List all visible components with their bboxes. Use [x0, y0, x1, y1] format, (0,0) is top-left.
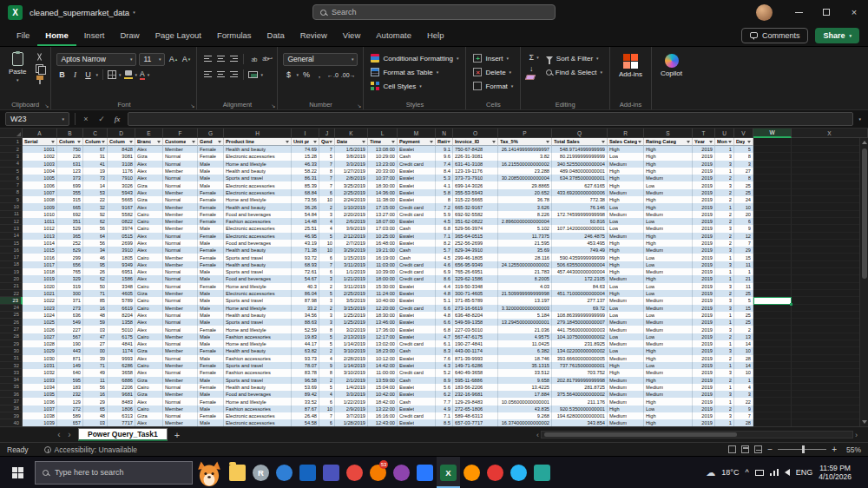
cell[interactable]: 211.176 [552, 398, 608, 405]
cell[interactable] [753, 377, 792, 384]
cell[interactable]: 1358 [108, 319, 135, 326]
cell[interactable]: High [608, 146, 644, 153]
cell[interactable] [753, 391, 792, 398]
cell[interactable]: 2019 [693, 233, 715, 240]
cell[interactable]: 1024 [23, 312, 57, 319]
cell[interactable] [753, 305, 792, 312]
cell[interactable]: 1017 [23, 261, 57, 268]
cell[interactable]: Sports and travel [224, 268, 292, 275]
cell[interactable]: Normal [163, 297, 198, 304]
cell[interactable]: 5.8 [436, 189, 453, 196]
cell[interactable]: 16 [83, 305, 108, 312]
cell[interactable]: 16.215500000000002 [498, 161, 552, 168]
cell[interactable]: High [644, 412, 693, 419]
cell[interactable]: Medium [644, 297, 693, 304]
row-header-29[interactable]: 29 [0, 340, 23, 347]
cell[interactable]: 16:48:00 [368, 240, 398, 247]
filter-button[interactable] [102, 141, 105, 143]
cell[interactable]: Cairo [135, 283, 163, 290]
row-header-39[interactable]: 39 [0, 412, 23, 419]
cell[interactable]: 656-95-9349 [453, 261, 498, 268]
cell[interactable]: Credit card [398, 305, 436, 312]
cell[interactable]: Electronic accessories [224, 233, 292, 240]
cell[interactable] [753, 225, 792, 232]
cell[interactable]: Cairo [135, 225, 163, 232]
close-button[interactable]: × [840, 0, 868, 24]
cell[interactable]: 1/1/2019 [335, 268, 368, 275]
cell[interactable]: Normal [163, 412, 198, 419]
cell[interactable]: Fashion accessories [224, 406, 292, 412]
cell[interactable]: 13.197 [498, 297, 552, 304]
cell[interactable]: Female [198, 412, 224, 419]
cell[interactable]: Medium [608, 398, 644, 405]
cell[interactable]: 7 [734, 240, 753, 247]
cell[interactable]: 33.512 [498, 369, 552, 376]
row-header-18[interactable]: 18 [0, 261, 23, 268]
cell[interactable]: Medium [644, 319, 693, 326]
excel-app-icon[interactable]: X [8, 5, 23, 20]
cell[interactable]: 86.04 [292, 290, 319, 297]
cell[interactable]: 0515 [108, 233, 135, 240]
cell[interactable]: Female [198, 153, 224, 160]
cell[interactable]: 6286 [108, 362, 135, 369]
cell[interactable]: 252-56-2699 [453, 240, 498, 247]
insert-cells-button[interactable]: + Insert ▾ [471, 51, 515, 65]
cell[interactable]: 232 [57, 391, 83, 398]
cell[interactable]: Low [644, 362, 693, 369]
cell[interactable]: 3 [715, 181, 734, 188]
cell[interactable]: 63.82 [292, 347, 319, 354]
cell[interactable]: 365 [57, 233, 83, 240]
cell[interactable]: Normal [163, 196, 198, 203]
orientation-button[interactable]: ab [248, 54, 259, 65]
cell[interactable]: 7 [319, 412, 335, 419]
cell[interactable]: 24.125500000000002 [498, 261, 552, 268]
cell[interactable]: Health and beauty [224, 312, 292, 319]
cell[interactable]: Male [198, 181, 224, 188]
cell[interactable]: Low [608, 218, 644, 225]
cell[interactable]: 13:23:00 [368, 161, 398, 168]
cell[interactable]: Medium [644, 175, 693, 181]
cell[interactable]: High [644, 240, 693, 247]
cell[interactable]: 4.4 [436, 283, 453, 290]
cell[interactable]: Normal [163, 268, 198, 275]
cell[interactable]: Female [198, 211, 224, 218]
cell[interactable]: 2019 [693, 268, 715, 275]
cell[interactable]: 00 [83, 347, 108, 354]
cell[interactable] [753, 275, 792, 282]
cell[interactable]: Female [198, 196, 224, 203]
clipboard-dialog-launcher[interactable]: ↘ [44, 102, 49, 109]
cell[interactable]: 1174 [108, 347, 135, 354]
column-header-L[interactable]: L [368, 129, 398, 138]
cell[interactable]: Credit card [398, 161, 436, 168]
cell[interactable]: 18:00:00 [368, 275, 398, 282]
cell[interactable]: 506.63550000000004 [552, 261, 608, 268]
cell[interactable]: 8 [734, 153, 753, 160]
cell[interactable]: 65 [83, 406, 108, 412]
cell[interactable]: 16:16:00 [368, 412, 398, 419]
cell[interactable] [753, 290, 792, 297]
column-header-S[interactable]: S [644, 129, 693, 138]
zoom-slider-thumb[interactable] [802, 445, 805, 453]
cell[interactable]: 14 [734, 362, 753, 369]
file-explorer-icon[interactable] [226, 457, 249, 488]
cell[interactable]: Cash [398, 254, 436, 260]
bold-button[interactable]: B [56, 69, 67, 81]
cell[interactable]: 871-39-9993 [453, 355, 498, 362]
align-right-button[interactable] [228, 69, 239, 81]
cell[interactable]: 1005 [23, 175, 57, 181]
cell[interactable]: 10 [319, 406, 335, 412]
cell[interactable]: 2 [319, 347, 335, 354]
filter-button[interactable] [313, 141, 317, 143]
cell[interactable]: 17:03:00 [368, 225, 398, 232]
cell[interactable]: 3 [715, 153, 734, 160]
cell[interactable]: 2019 [693, 297, 715, 304]
temperature[interactable]: 18°C [721, 468, 739, 477]
cell[interactable]: Ewalet [398, 312, 436, 319]
format-painter-icon[interactable] [35, 76, 45, 84]
cell[interactable]: 3 [319, 312, 335, 319]
cell[interactable]: Member [163, 211, 198, 218]
cell[interactable]: Member [163, 347, 198, 354]
cell[interactable] [792, 406, 868, 412]
menu-tab-data[interactable]: Data [260, 24, 293, 46]
cell[interactable]: 9 [319, 362, 335, 369]
